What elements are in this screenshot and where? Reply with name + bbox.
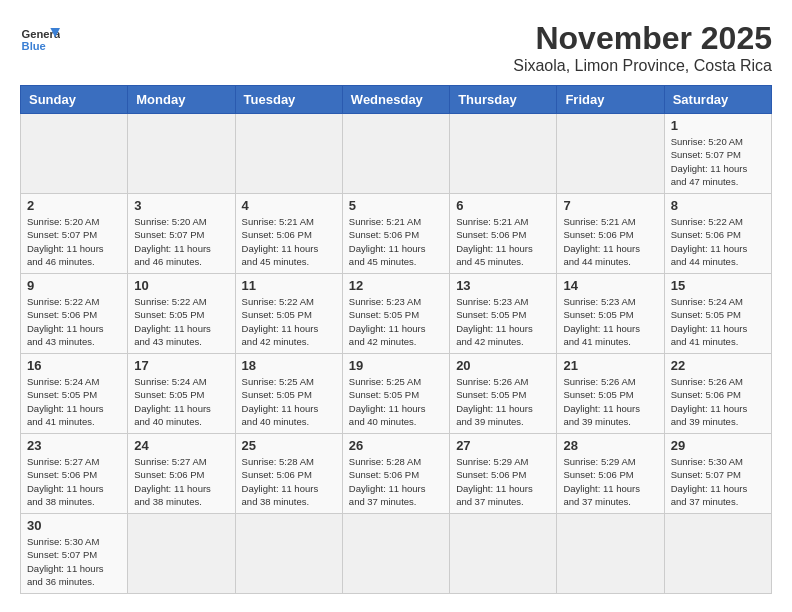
- day-info: Sunrise: 5:23 AM Sunset: 5:05 PM Dayligh…: [456, 295, 550, 348]
- day-info: Sunrise: 5:26 AM Sunset: 5:06 PM Dayligh…: [671, 375, 765, 428]
- week-row-5: 23Sunrise: 5:27 AM Sunset: 5:06 PM Dayli…: [21, 434, 772, 514]
- day-header-thursday: Thursday: [450, 86, 557, 114]
- calendar-cell: 25Sunrise: 5:28 AM Sunset: 5:06 PM Dayli…: [235, 434, 342, 514]
- day-number: 25: [242, 438, 336, 453]
- day-number: 16: [27, 358, 121, 373]
- calendar-cell: 17Sunrise: 5:24 AM Sunset: 5:05 PM Dayli…: [128, 354, 235, 434]
- day-info: Sunrise: 5:27 AM Sunset: 5:06 PM Dayligh…: [134, 455, 228, 508]
- logo-icon: General Blue: [20, 20, 60, 60]
- day-info: Sunrise: 5:30 AM Sunset: 5:07 PM Dayligh…: [671, 455, 765, 508]
- day-info: Sunrise: 5:27 AM Sunset: 5:06 PM Dayligh…: [27, 455, 121, 508]
- day-info: Sunrise: 5:24 AM Sunset: 5:05 PM Dayligh…: [134, 375, 228, 428]
- calendar-cell: 15Sunrise: 5:24 AM Sunset: 5:05 PM Dayli…: [664, 274, 771, 354]
- day-info: Sunrise: 5:25 AM Sunset: 5:05 PM Dayligh…: [242, 375, 336, 428]
- calendar-cell: 9Sunrise: 5:22 AM Sunset: 5:06 PM Daylig…: [21, 274, 128, 354]
- calendar-cell: 18Sunrise: 5:25 AM Sunset: 5:05 PM Dayli…: [235, 354, 342, 434]
- calendar-cell: [664, 514, 771, 594]
- calendar-cell: [21, 114, 128, 194]
- day-number: 20: [456, 358, 550, 373]
- calendar-cell: 6Sunrise: 5:21 AM Sunset: 5:06 PM Daylig…: [450, 194, 557, 274]
- day-info: Sunrise: 5:24 AM Sunset: 5:05 PM Dayligh…: [671, 295, 765, 348]
- calendar-cell: [235, 514, 342, 594]
- calendar-cell: 13Sunrise: 5:23 AM Sunset: 5:05 PM Dayli…: [450, 274, 557, 354]
- day-info: Sunrise: 5:20 AM Sunset: 5:07 PM Dayligh…: [134, 215, 228, 268]
- day-info: Sunrise: 5:22 AM Sunset: 5:06 PM Dayligh…: [27, 295, 121, 348]
- week-row-6: 30Sunrise: 5:30 AM Sunset: 5:07 PM Dayli…: [21, 514, 772, 594]
- logo: General Blue: [20, 20, 60, 60]
- day-info: Sunrise: 5:22 AM Sunset: 5:06 PM Dayligh…: [671, 215, 765, 268]
- calendar-cell: 28Sunrise: 5:29 AM Sunset: 5:06 PM Dayli…: [557, 434, 664, 514]
- calendar-cell: 21Sunrise: 5:26 AM Sunset: 5:05 PM Dayli…: [557, 354, 664, 434]
- day-info: Sunrise: 5:28 AM Sunset: 5:06 PM Dayligh…: [349, 455, 443, 508]
- day-info: Sunrise: 5:21 AM Sunset: 5:06 PM Dayligh…: [456, 215, 550, 268]
- day-number: 11: [242, 278, 336, 293]
- calendar-cell: 16Sunrise: 5:24 AM Sunset: 5:05 PM Dayli…: [21, 354, 128, 434]
- calendar-cell: [342, 114, 449, 194]
- day-number: 7: [563, 198, 657, 213]
- day-info: Sunrise: 5:21 AM Sunset: 5:06 PM Dayligh…: [349, 215, 443, 268]
- day-header-friday: Friday: [557, 86, 664, 114]
- calendar-cell: [557, 514, 664, 594]
- calendar-cell: 1Sunrise: 5:20 AM Sunset: 5:07 PM Daylig…: [664, 114, 771, 194]
- day-header-monday: Monday: [128, 86, 235, 114]
- day-header-wednesday: Wednesday: [342, 86, 449, 114]
- calendar-cell: 22Sunrise: 5:26 AM Sunset: 5:06 PM Dayli…: [664, 354, 771, 434]
- day-number: 4: [242, 198, 336, 213]
- calendar-cell: 8Sunrise: 5:22 AM Sunset: 5:06 PM Daylig…: [664, 194, 771, 274]
- day-info: Sunrise: 5:21 AM Sunset: 5:06 PM Dayligh…: [242, 215, 336, 268]
- day-number: 12: [349, 278, 443, 293]
- day-number: 23: [27, 438, 121, 453]
- calendar-cell: 26Sunrise: 5:28 AM Sunset: 5:06 PM Dayli…: [342, 434, 449, 514]
- day-number: 21: [563, 358, 657, 373]
- day-info: Sunrise: 5:22 AM Sunset: 5:05 PM Dayligh…: [242, 295, 336, 348]
- day-number: 1: [671, 118, 765, 133]
- day-info: Sunrise: 5:28 AM Sunset: 5:06 PM Dayligh…: [242, 455, 336, 508]
- day-number: 26: [349, 438, 443, 453]
- day-info: Sunrise: 5:25 AM Sunset: 5:05 PM Dayligh…: [349, 375, 443, 428]
- month-title: November 2025: [513, 20, 772, 57]
- day-number: 17: [134, 358, 228, 373]
- week-row-3: 9Sunrise: 5:22 AM Sunset: 5:06 PM Daylig…: [21, 274, 772, 354]
- calendar-cell: 12Sunrise: 5:23 AM Sunset: 5:05 PM Dayli…: [342, 274, 449, 354]
- day-header-sunday: Sunday: [21, 86, 128, 114]
- svg-text:Blue: Blue: [22, 40, 46, 52]
- day-info: Sunrise: 5:26 AM Sunset: 5:05 PM Dayligh…: [456, 375, 550, 428]
- day-info: Sunrise: 5:26 AM Sunset: 5:05 PM Dayligh…: [563, 375, 657, 428]
- calendar-cell: 7Sunrise: 5:21 AM Sunset: 5:06 PM Daylig…: [557, 194, 664, 274]
- day-number: 3: [134, 198, 228, 213]
- header: General Blue November 2025 Sixaola, Limo…: [20, 20, 772, 75]
- calendar-cell: [450, 114, 557, 194]
- calendar-table: SundayMondayTuesdayWednesdayThursdayFrid…: [20, 85, 772, 594]
- calendar-cell: 2Sunrise: 5:20 AM Sunset: 5:07 PM Daylig…: [21, 194, 128, 274]
- day-number: 13: [456, 278, 550, 293]
- calendar-cell: 11Sunrise: 5:22 AM Sunset: 5:05 PM Dayli…: [235, 274, 342, 354]
- calendar-cell: 23Sunrise: 5:27 AM Sunset: 5:06 PM Dayli…: [21, 434, 128, 514]
- week-row-2: 2Sunrise: 5:20 AM Sunset: 5:07 PM Daylig…: [21, 194, 772, 274]
- day-number: 18: [242, 358, 336, 373]
- day-number: 27: [456, 438, 550, 453]
- day-info: Sunrise: 5:23 AM Sunset: 5:05 PM Dayligh…: [349, 295, 443, 348]
- day-number: 30: [27, 518, 121, 533]
- calendar-cell: 20Sunrise: 5:26 AM Sunset: 5:05 PM Dayli…: [450, 354, 557, 434]
- calendar-cell: [128, 514, 235, 594]
- day-info: Sunrise: 5:29 AM Sunset: 5:06 PM Dayligh…: [563, 455, 657, 508]
- week-row-4: 16Sunrise: 5:24 AM Sunset: 5:05 PM Dayli…: [21, 354, 772, 434]
- day-number: 24: [134, 438, 228, 453]
- calendar-cell: 30Sunrise: 5:30 AM Sunset: 5:07 PM Dayli…: [21, 514, 128, 594]
- calendar-cell: 3Sunrise: 5:20 AM Sunset: 5:07 PM Daylig…: [128, 194, 235, 274]
- day-header-tuesday: Tuesday: [235, 86, 342, 114]
- title-section: November 2025 Sixaola, Limon Province, C…: [513, 20, 772, 75]
- calendar-cell: [557, 114, 664, 194]
- day-number: 29: [671, 438, 765, 453]
- calendar-cell: 19Sunrise: 5:25 AM Sunset: 5:05 PM Dayli…: [342, 354, 449, 434]
- day-number: 9: [27, 278, 121, 293]
- calendar-header-row: SundayMondayTuesdayWednesdayThursdayFrid…: [21, 86, 772, 114]
- day-info: Sunrise: 5:22 AM Sunset: 5:05 PM Dayligh…: [134, 295, 228, 348]
- day-number: 6: [456, 198, 550, 213]
- day-number: 22: [671, 358, 765, 373]
- calendar-cell: 24Sunrise: 5:27 AM Sunset: 5:06 PM Dayli…: [128, 434, 235, 514]
- day-number: 28: [563, 438, 657, 453]
- calendar-cell: 4Sunrise: 5:21 AM Sunset: 5:06 PM Daylig…: [235, 194, 342, 274]
- day-info: Sunrise: 5:30 AM Sunset: 5:07 PM Dayligh…: [27, 535, 121, 588]
- day-number: 2: [27, 198, 121, 213]
